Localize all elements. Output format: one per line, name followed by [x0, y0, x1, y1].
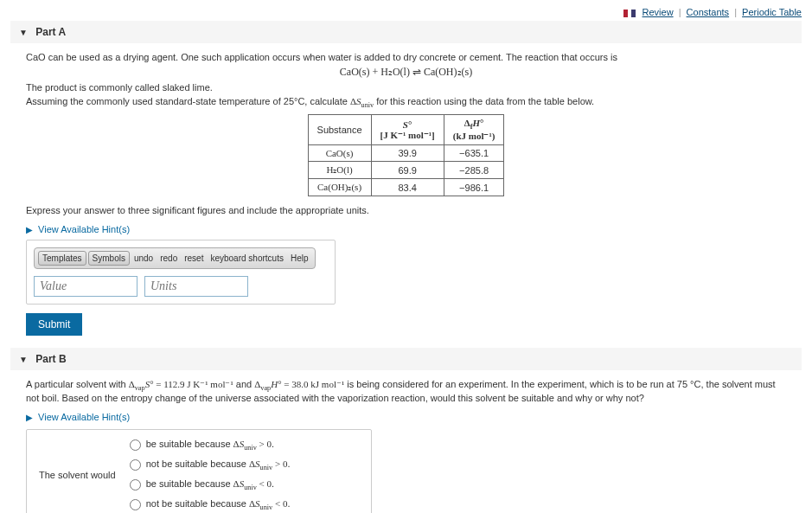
- part-a-equation: CaO(s) + H₂O(l) ⇌ Ca(OH)₂(s): [26, 66, 786, 79]
- mc-prompt: The solvent would: [39, 470, 116, 480]
- col-s: S° [J K⁻¹ mol⁻¹]: [371, 115, 444, 145]
- table-row: Ca(OH)₂(s) 83.4 −986.1: [308, 179, 504, 196]
- mc-option-2[interactable]: not be suitable because ΔSuniv > 0.: [130, 458, 291, 471]
- caret-down-icon: ▼: [19, 355, 28, 364]
- part-b-header[interactable]: ▼ Part B: [10, 348, 802, 370]
- part-b-title: Part B: [35, 353, 66, 365]
- keyboard-button[interactable]: keyboard shortcuts: [208, 253, 286, 263]
- help-button[interactable]: Help: [288, 253, 311, 263]
- review-link[interactable]: Review: [643, 7, 674, 17]
- radio-option-2[interactable]: [130, 459, 141, 471]
- flag-icon: [623, 10, 636, 17]
- part-b-text: A particular solvent with ΔvapS° = 112.9…: [26, 379, 786, 402]
- radio-option-1[interactable]: [130, 439, 141, 451]
- templates-button[interactable]: Templates: [38, 251, 86, 266]
- view-hints-b[interactable]: ▶ View Available Hint(s): [26, 412, 130, 422]
- table-row: CaO(s) 39.9 −635.1: [308, 145, 504, 162]
- part-a-intro: CaO can be used as a drying agent. One s…: [26, 52, 786, 62]
- value-input[interactable]: [34, 276, 137, 297]
- multiple-choice-box: The solvent would be suitable because ΔS…: [26, 429, 372, 513]
- radio-option-4[interactable]: [130, 499, 141, 510]
- answer-instruct: Express your answer to three significant…: [26, 205, 786, 215]
- periodic-table-link[interactable]: Periodic Table: [742, 7, 802, 17]
- reset-button[interactable]: reset: [182, 253, 206, 263]
- redo-button[interactable]: redo: [157, 253, 180, 263]
- constants-link[interactable]: Constants: [687, 7, 730, 17]
- answer-input-box: Templates Symbols undo redo reset keyboa…: [26, 240, 336, 305]
- triangle-right-icon: ▶: [26, 225, 33, 234]
- col-substance: Substance: [308, 115, 371, 145]
- top-links-bar: Review | Constants | Periodic Table: [10, 7, 802, 17]
- radio-option-3[interactable]: [130, 479, 141, 491]
- answer-toolbar: Templates Symbols undo redo reset keyboa…: [34, 247, 316, 269]
- submit-button-a[interactable]: Submit: [26, 313, 82, 336]
- product-line: The product is commonly called slaked li…: [26, 82, 786, 93]
- undo-button[interactable]: undo: [131, 253, 156, 263]
- triangle-right-icon: ▶: [26, 413, 33, 422]
- symbols-button[interactable]: Symbols: [88, 251, 130, 266]
- part-a-header[interactable]: ▼ Part A: [10, 21, 802, 43]
- part-a-title: Part A: [35, 26, 66, 38]
- view-hints-a[interactable]: ▶ View Available Hint(s): [26, 224, 130, 234]
- caret-down-icon: ▼: [19, 28, 28, 37]
- mc-option-1[interactable]: be suitable because ΔSuniv > 0.: [130, 439, 291, 452]
- calc-line: Assuming the commonly used standard-stat…: [26, 96, 786, 109]
- thermo-data-table: Substance S° [J K⁻¹ mol⁻¹] ΔfH° (kJ mol⁻…: [308, 114, 505, 196]
- table-row: H₂O(l) 69.9 −285.8: [308, 162, 504, 179]
- mc-option-4[interactable]: not be suitable because ΔSuniv < 0.: [130, 498, 291, 511]
- mc-option-3[interactable]: be suitable because ΔSuniv < 0.: [130, 478, 291, 491]
- units-input[interactable]: [144, 276, 248, 297]
- col-h: ΔfH° (kJ mol⁻¹): [444, 115, 504, 145]
